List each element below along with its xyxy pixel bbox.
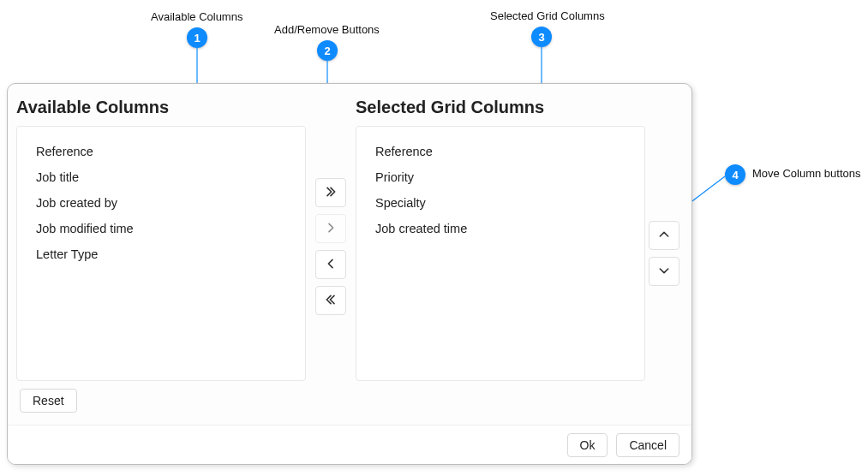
move-down-button[interactable] xyxy=(649,257,679,286)
add-all-button[interactable] xyxy=(315,178,346,207)
chevron-up-icon xyxy=(657,228,671,244)
callout-3-badge: 3 xyxy=(531,27,552,47)
list-item[interactable]: Letter Type xyxy=(21,241,302,267)
dialog-footer: Ok Cancel xyxy=(8,425,691,464)
available-listbox[interactable]: Reference Job title Job created by Job m… xyxy=(16,126,306,381)
move-up-button[interactable] xyxy=(649,221,679,250)
callout-4-label: Move Column buttons xyxy=(752,167,860,180)
chevron-left-icon xyxy=(324,257,338,273)
add-button[interactable] xyxy=(315,214,346,243)
add-remove-column xyxy=(306,94,356,416)
list-item[interactable]: Specialty xyxy=(360,190,641,216)
remove-all-button[interactable] xyxy=(315,286,346,315)
callout-3-label: Selected Grid Columns xyxy=(490,9,605,22)
list-item[interactable]: Reference xyxy=(21,139,302,164)
list-item[interactable]: Job created by xyxy=(21,190,302,216)
callout-4-badge: 4 xyxy=(725,164,745,185)
remove-button[interactable] xyxy=(315,250,346,279)
list-item[interactable]: Reference xyxy=(360,139,641,164)
selected-title: Selected Grid Columns xyxy=(356,94,645,126)
selected-listbox[interactable]: Reference Priority Specialty Job created… xyxy=(356,126,645,381)
reset-button[interactable]: Reset xyxy=(20,389,77,413)
callout-1-label: Available Columns xyxy=(151,10,242,23)
move-column-buttons xyxy=(645,94,683,416)
ok-button[interactable]: Ok xyxy=(567,433,608,457)
cancel-button[interactable]: Cancel xyxy=(616,433,679,457)
available-title: Available Columns xyxy=(16,94,306,126)
callout-2-label: Add/Remove Buttons xyxy=(274,23,380,36)
callout-1-badge: 1 xyxy=(187,27,207,48)
chevron-right-icon xyxy=(324,221,338,237)
list-item[interactable]: Job title xyxy=(21,164,302,190)
column-picker-dialog: Available Columns Reference Job title Jo… xyxy=(7,83,692,465)
callout-2-badge: 2 xyxy=(317,40,338,61)
chevron-down-icon xyxy=(657,264,671,280)
list-item[interactable]: Job modified time xyxy=(21,216,302,241)
list-item[interactable]: Priority xyxy=(360,164,641,190)
list-item[interactable]: Job created time xyxy=(360,216,641,241)
chevrons-right-icon xyxy=(324,185,338,201)
chevrons-left-icon xyxy=(324,293,338,309)
